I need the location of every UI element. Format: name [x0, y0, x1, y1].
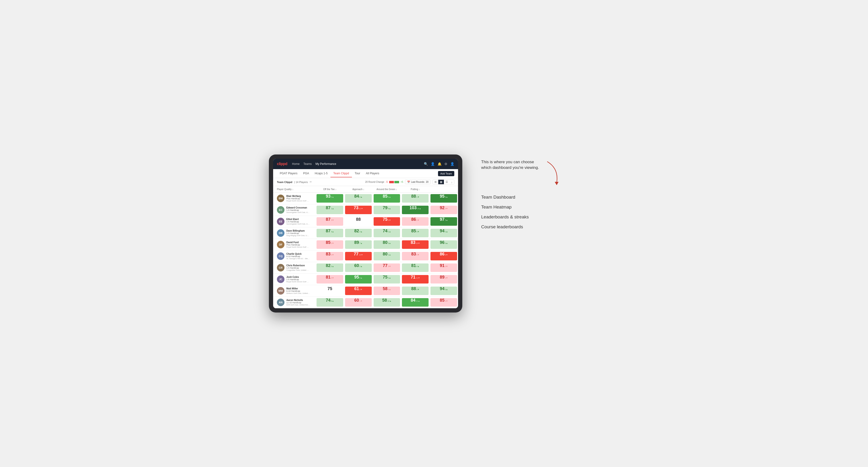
score-main: 95: [354, 275, 359, 279]
player-handicap: 1-5 Handicap: [286, 278, 310, 281]
nav-teams[interactable]: Teams: [303, 161, 312, 166]
avatar-icon[interactable]: 👤: [450, 162, 454, 166]
player-cell[interactable]: DBDave Billingham1-5 HandicapGog Magog G…: [273, 228, 316, 238]
score-cell: 873▼: [316, 216, 344, 227]
table-row: ANAaron Nicholls11-15 HandicapDrift Golf…: [273, 297, 458, 308]
app-logo[interactable]: clippd: [277, 162, 287, 166]
score-change: 8▲: [360, 277, 362, 279]
score-main: 88: [356, 217, 361, 221]
score-box: 8421▲: [402, 298, 429, 307]
player-cell[interactable]: EEElliot Ebert1-5 HandicapSunningdale Go…: [273, 216, 316, 227]
score-cell: 846▲: [344, 193, 373, 204]
player-cell[interactable]: CQCharlie Quick6-10 HandicapSt. George's…: [273, 251, 316, 261]
download-view-button[interactable]: ↓: [450, 180, 454, 184]
player-cell[interactable]: ECEdward Crossman1-5 HandicapSunningdale…: [273, 205, 316, 215]
player-cell[interactable]: ANAaron Nicholls11-15 HandicapDrift Golf…: [273, 297, 316, 308]
sub-nav-pga[interactable]: PGA: [300, 170, 312, 177]
player-info: David FordPlus HandicapRoyal North Devon…: [286, 241, 310, 248]
score-main: 85: [411, 229, 416, 233]
score-cell: 882▼: [401, 285, 430, 297]
score-box: 803▲: [374, 240, 400, 249]
col-player-quality[interactable]: Player Quality ↓: [273, 187, 316, 191]
score-main: 94: [440, 229, 444, 233]
sub-nav-team-clippd[interactable]: Team Clippd: [331, 170, 352, 177]
score-cell: 853▼: [316, 239, 344, 250]
user-icon[interactable]: 👤: [431, 162, 435, 166]
nav-home[interactable]: Home: [292, 161, 300, 166]
score-box: 871▲: [316, 206, 343, 214]
player-name: Blair McHarg: [286, 195, 310, 197]
sub-nav-tour[interactable]: Tour: [352, 170, 363, 177]
player-cell[interactable]: CRChris Robertson1-5 HandicapCraigmillar…: [273, 262, 316, 273]
score-main: 61: [354, 286, 359, 291]
score-change: 3▲: [388, 242, 391, 244]
player-cell[interactable]: MMMatt Miller6-10 HandicapWoburn Golf Cl…: [273, 286, 316, 296]
score-main: 95: [440, 194, 444, 198]
nav-my-performance[interactable]: My Performance: [315, 161, 336, 166]
last-rounds-button[interactable]: 📅 Last Rounds: 20: [405, 180, 431, 184]
heatmap-view-button[interactable]: ▦: [438, 180, 444, 184]
score-box: 975▲: [431, 217, 457, 226]
grid-view-button[interactable]: ⊞: [433, 180, 438, 184]
score-box: 882▼: [402, 286, 429, 295]
table-body: BMBlair McHargPlus HandicapRoyal North D…: [273, 193, 458, 308]
avatar: DF: [277, 241, 284, 248]
avatar: CR: [277, 264, 284, 272]
search-icon[interactable]: 🔍: [424, 162, 428, 166]
score-main: 85: [383, 194, 388, 198]
score-change: 1▲: [388, 254, 391, 256]
player-club: Sunningdale Golf Club, United Kingdom: [286, 223, 310, 225]
score-change: 3▼: [331, 219, 334, 221]
team-count: | 14 Players: [294, 181, 308, 184]
list-view-button[interactable]: ☰: [444, 180, 450, 184]
col-around-green[interactable]: Around the Green ↓: [373, 187, 401, 191]
score-change: 14▼: [359, 254, 363, 256]
score-box: 601▼: [345, 298, 372, 307]
score-box: 10315▲: [402, 206, 429, 214]
score-main: 80: [383, 240, 388, 245]
col-putting[interactable]: Putting ↓: [401, 187, 430, 191]
bell-icon[interactable]: 🔔: [437, 162, 441, 166]
data-table: Player Quality ↓ Off the Tee ↓ Approach …: [273, 186, 458, 308]
player-handicap: 11-15 Handicap: [286, 302, 310, 304]
score-main: 71: [411, 275, 415, 279]
score-cell: 833▼: [316, 250, 344, 262]
sub-nav-pgat[interactable]: PGAT Players: [277, 170, 300, 177]
score-change: 4▲: [360, 231, 362, 233]
score-main: 97: [440, 217, 444, 221]
player-club: Royal North Devon Golf Club, United King…: [286, 200, 310, 202]
score-box: 892▼: [431, 275, 457, 283]
score-change: 4▼: [445, 300, 448, 302]
player-handicap: Plus Handicap: [286, 197, 310, 200]
sub-nav-all-players[interactable]: All Players: [363, 170, 382, 177]
score-cell: 801▲: [373, 250, 401, 262]
player-cell[interactable]: BMBlair McHargPlus HandicapRoyal North D…: [273, 193, 316, 204]
score-cell: 874▲: [316, 227, 344, 239]
score-cell: 913▼: [430, 262, 458, 273]
add-team-button[interactable]: Add Team: [438, 171, 454, 176]
score-cell: 799▲: [373, 204, 401, 216]
callout: This is where you can choose which dashb…: [481, 159, 599, 187]
col-off-tee[interactable]: Off the Tee ↓: [316, 187, 344, 191]
player-club: Woburn Golf Club, United Kingdom: [286, 292, 310, 294]
col-approach[interactable]: Approach ↓: [344, 187, 373, 191]
option-leaderboards: Leaderboards & streaks: [481, 214, 599, 220]
tablet-screen: clippd Home Teams My Performance 🔍 👤 🔔 ⚙…: [273, 159, 458, 308]
score-change: 9▲: [388, 208, 391, 210]
player-name: Chris Robertson: [286, 264, 310, 267]
score-main: 74: [383, 229, 388, 233]
score-cell: 923▼: [430, 204, 458, 216]
score-box: 7111▼: [402, 275, 429, 283]
player-info: Dave Billingham1-5 HandicapGog Magog Gol…: [286, 229, 310, 237]
edit-icon[interactable]: ✏: [310, 181, 312, 184]
score-change: 3▼: [360, 288, 362, 290]
score-box: 959▲: [431, 194, 457, 203]
score-main: 83: [411, 252, 416, 256]
player-cell[interactable]: DFDavid FordPlus HandicapRoyal North Dev…: [273, 239, 316, 250]
player-club: Royal North Devon Golf Club, United King…: [286, 246, 310, 248]
player-cell[interactable]: JCJosh Coles1-5 HandicapRoyal North Devo…: [273, 274, 316, 284]
settings-icon[interactable]: ⚙: [444, 162, 447, 166]
sub-nav-hcaps[interactable]: Hcaps 1-5: [312, 170, 331, 177]
score-cell: 823▲: [316, 262, 344, 273]
avatar: CQ: [277, 252, 284, 260]
